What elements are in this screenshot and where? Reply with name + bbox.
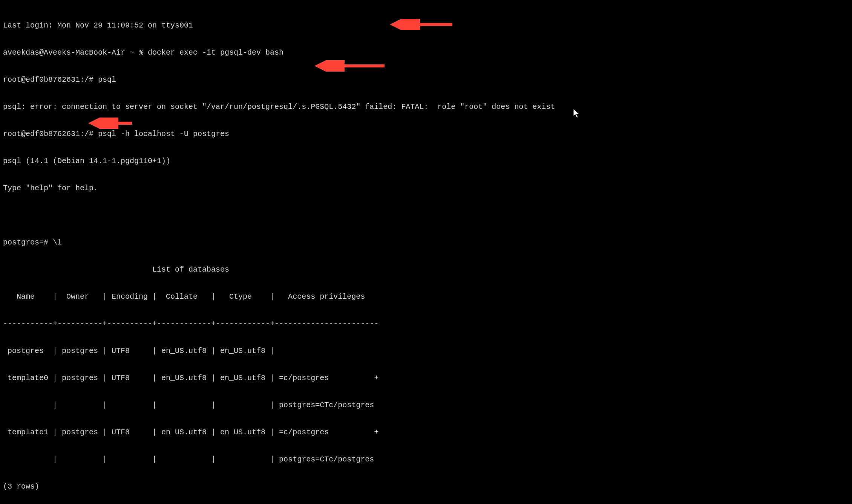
terminal-line: -----------+----------+----------+------… bbox=[3, 319, 849, 328]
terminal-line: (3 rows) bbox=[3, 482, 849, 491]
terminal-line: postgres=# \l bbox=[3, 238, 849, 247]
terminal-line: template1 | postgres | UTF8 | en_US.utf8… bbox=[3, 428, 849, 437]
terminal-line: Last login: Mon Nov 29 11:09:52 on ttys0… bbox=[3, 21, 849, 30]
terminal-window[interactable]: Last login: Mon Nov 29 11:09:52 on ttys0… bbox=[3, 3, 849, 504]
terminal-line: root@edf0b8762631:/# psql -h localhost -… bbox=[3, 130, 849, 139]
terminal-line: psql: error: connection to server on soc… bbox=[3, 102, 849, 111]
terminal-line: List of databases bbox=[3, 265, 849, 274]
terminal-line: root@edf0b8762631:/# psql bbox=[3, 75, 849, 84]
terminal-line: | | | | | postgres=CTc/postgres bbox=[3, 401, 849, 410]
terminal-line: template0 | postgres | UTF8 | en_US.utf8… bbox=[3, 374, 849, 383]
terminal-line: psql (14.1 (Debian 14.1-1.pgdg110+1)) bbox=[3, 157, 849, 166]
terminal-line: aveekdas@Aveeks-MacBook-Air ~ % docker e… bbox=[3, 48, 849, 57]
terminal-line: | | | | | postgres=CTc/postgres bbox=[3, 455, 849, 464]
terminal-line: Name | Owner | Encoding | Collate | Ctyp… bbox=[3, 292, 849, 301]
terminal-line: postgres | postgres | UTF8 | en_US.utf8 … bbox=[3, 347, 849, 356]
terminal-line: Type "help" for help. bbox=[3, 184, 849, 193]
terminal-line bbox=[3, 211, 849, 220]
